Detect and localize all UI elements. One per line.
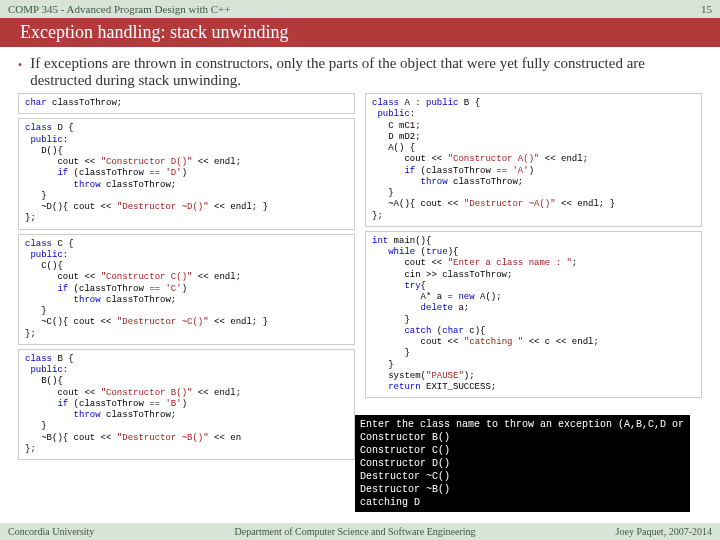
code-col-left: char classToThrow; class D { public: D()… xyxy=(18,93,355,464)
code-class-a: class A : public B { public: C mC1; D mD… xyxy=(365,93,702,227)
body-content: If exceptions are thrown in constructors… xyxy=(30,55,702,89)
code-columns: char classToThrow; class D { public: D()… xyxy=(0,93,720,464)
body-text: • If exceptions are thrown in constructo… xyxy=(0,47,720,93)
footer-left: Concordia University xyxy=(8,526,94,537)
footer: Concordia University Department of Compu… xyxy=(0,523,720,540)
console-output: Enter the class name to throw an excepti… xyxy=(355,415,690,512)
bullet-icon: • xyxy=(18,55,22,89)
footer-right: Joey Paquet, 2007-2014 xyxy=(616,526,712,537)
footer-center: Department of Computer Science and Softw… xyxy=(234,526,475,537)
course-name: COMP 345 - Advanced Program Design with … xyxy=(8,3,231,15)
slide-title: Exception handling: stack unwinding xyxy=(0,18,720,47)
code-class-d: class D { public: D(){ cout << "Construc… xyxy=(18,118,355,229)
course-bar: COMP 345 - Advanced Program Design with … xyxy=(0,0,720,18)
code-char-decl: char classToThrow; xyxy=(18,93,355,114)
code-main: int main(){ while (true){ cout << "Enter… xyxy=(365,231,702,399)
page-number: 15 xyxy=(701,3,712,15)
code-col-right: class A : public B { public: C mC1; D mD… xyxy=(365,93,702,464)
code-class-c: class C { public: C(){ cout << "Construc… xyxy=(18,234,355,345)
code-class-b: class B { public: B(){ cout << "Construc… xyxy=(18,349,355,460)
